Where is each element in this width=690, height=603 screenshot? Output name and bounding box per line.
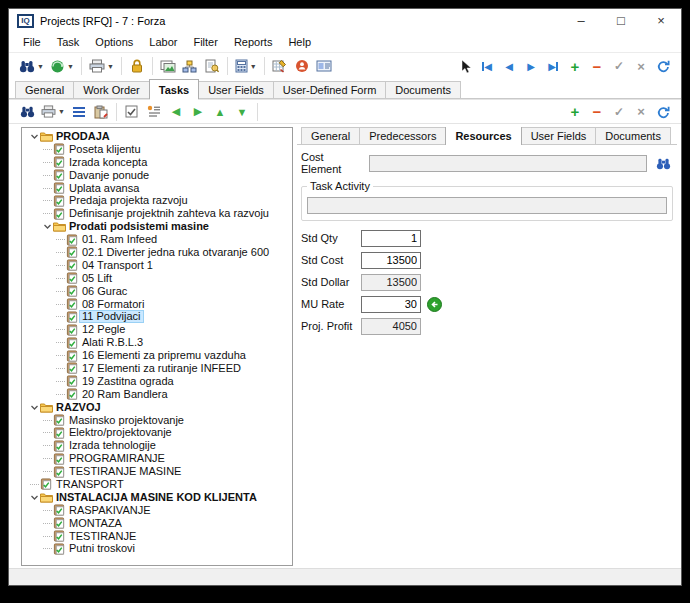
accept-button[interactable]: ✓ <box>609 56 629 77</box>
menu-options[interactable]: Options <box>87 34 141 50</box>
tree-item-transport[interactable]: TRANSPORT <box>22 478 292 491</box>
tree-item-prodati-podsistemi-masine[interactable]: Prodati podsistemi masine <box>22 220 292 233</box>
print-button[interactable]: ▼ <box>87 56 116 77</box>
tree-item-predaja-projekta-razvoju[interactable]: Predaja projekta razvoju <box>22 194 292 207</box>
chevron-down-icon[interactable] <box>28 493 40 502</box>
tree-add-button[interactable]: + <box>565 101 585 122</box>
dropdown-caret-icon[interactable]: ▼ <box>250 63 257 70</box>
tree-item-17-elementi-za-rutiranje-infeed[interactable]: 17 Elementi za rutiranje INFEED <box>22 362 292 375</box>
tree-item-08-formatori[interactable]: 08 Formatori <box>22 298 292 311</box>
list-view-button[interactable] <box>69 101 89 122</box>
tree-item-testiranje[interactable]: TESTIRANJE <box>22 530 292 543</box>
tree-item-02-1-diverter-jedna-ruka-otvaranje-600[interactable]: 02.1 Diverter jedna ruka otvaranje 600 <box>22 246 292 259</box>
tree-cancel-button[interactable]: × <box>631 101 651 122</box>
nav-first-button[interactable]: ◀ <box>477 56 497 77</box>
move-up-button[interactable]: ▲ <box>210 101 230 122</box>
find-button[interactable]: ▼ <box>17 56 46 77</box>
close-button[interactable]: × <box>641 9 681 32</box>
maximize-button[interactable]: □ <box>601 9 641 32</box>
insert-task-button[interactable] <box>144 101 164 122</box>
tree-item-11-podvijaci[interactable]: 11 Podvijaci <box>22 310 292 323</box>
tab-main-tasks[interactable]: Tasks <box>149 79 199 99</box>
refresh-view-button[interactable] <box>653 56 673 77</box>
complete-task-button[interactable] <box>122 101 142 122</box>
tree-item-definisanje-projektnih-zahteva-ka-razvoju[interactable]: Definisanje projektnih zahteva ka razvoj… <box>22 207 292 220</box>
move-right-button[interactable]: ▶ <box>188 101 208 122</box>
chevron-down-icon[interactable] <box>41 222 53 231</box>
tree-item-davanje-ponude[interactable]: Davanje ponude <box>22 169 292 182</box>
tree-item-06-gurac[interactable]: 06 Gurac <box>22 285 292 298</box>
dropdown-caret-icon[interactable]: ▼ <box>67 63 74 70</box>
tree-item-poseta-klijentu[interactable]: Poseta klijentu <box>22 143 292 156</box>
tree-item-alati-r-b-l-3[interactable]: Alati R.B.L.3 <box>22 336 292 349</box>
lock-button[interactable] <box>127 56 147 77</box>
table-edit-button[interactable] <box>270 56 290 77</box>
tree-delete-button[interactable]: − <box>587 101 607 122</box>
tree-accept-button[interactable]: ✓ <box>609 101 629 122</box>
tab-main-work-order[interactable]: Work Order <box>73 81 150 99</box>
tree-item-razvoj[interactable]: RAZVOJ <box>22 401 292 414</box>
tree-item-01-ram-infeed[interactable]: 01. Ram Infeed <box>22 233 292 246</box>
tree-item-testiranje-masine[interactable]: TESTIRANJE MASINE <box>22 465 292 478</box>
tree-item-izrada-tehnologije[interactable]: Izrada tehnologije <box>22 439 292 452</box>
tab-main-user-defined-form[interactable]: User-Defined Form <box>273 81 387 99</box>
menu-labor[interactable]: Labor <box>141 34 185 50</box>
menu-file[interactable]: File <box>15 34 49 50</box>
tab-detail-predecessors[interactable]: Predecessors <box>359 127 446 145</box>
paste-special-button[interactable] <box>91 101 111 122</box>
tree-find-button[interactable] <box>17 101 37 122</box>
add-record-button[interactable]: + <box>565 56 585 77</box>
dropdown-caret-icon[interactable]: ▼ <box>37 63 44 70</box>
field-input-std-cost[interactable] <box>361 252 421 269</box>
menu-task[interactable]: Task <box>49 34 88 50</box>
tab-main-documents[interactable]: Documents <box>385 81 461 99</box>
hierarchy-button[interactable] <box>180 56 200 77</box>
tree-item-16-elementi-za-pripremu-vazduha[interactable]: 16 Elementi za pripremu vazduha <box>22 349 292 362</box>
cost-element-find-button[interactable] <box>651 154 675 172</box>
nav-next-button[interactable]: ▶ <box>521 56 541 77</box>
images-button[interactable] <box>158 56 178 77</box>
menu-reports[interactable]: Reports <box>226 34 281 50</box>
menu-filter[interactable]: Filter <box>185 34 225 50</box>
field-input-mu-rate[interactable] <box>361 296 421 313</box>
tab-main-user-fields[interactable]: User Fields <box>198 81 274 99</box>
tree-item-izrada-koncepta[interactable]: Izrada koncepta <box>22 156 292 169</box>
tab-detail-documents[interactable]: Documents <box>595 127 671 145</box>
tab-detail-resources[interactable]: Resources <box>445 127 521 145</box>
tree-item-12-pegle[interactable]: 12 Pegle <box>22 323 292 336</box>
move-left-button[interactable]: ◀ <box>166 101 186 122</box>
tree-item-04-transport-1[interactable]: 04 Transport 1 <box>22 259 292 272</box>
minimize-button[interactable]: – <box>561 9 601 32</box>
tree-item-programiranje[interactable]: PROGRAMIRANJE <box>22 452 292 465</box>
dropdown-caret-icon[interactable]: ▼ <box>107 63 114 70</box>
tree-refresh-button[interactable] <box>653 101 673 122</box>
tree-item-19-zastitna-ograda[interactable]: 19 Zastitna ograda <box>22 375 292 388</box>
tab-detail-user-fields[interactable]: User Fields <box>521 127 597 145</box>
tree-item-elektro-projektovanje[interactable]: Elektro/projektovanje <box>22 426 292 439</box>
cancel-button[interactable]: × <box>631 56 651 77</box>
move-down-button[interactable]: ▼ <box>232 101 252 122</box>
calculator-button[interactable]: ▼ <box>233 56 259 77</box>
dropdown-caret-icon[interactable]: ▼ <box>58 108 65 115</box>
form-view-button[interactable] <box>314 56 334 77</box>
tree-item-05-lift[interactable]: 05 Lift <box>22 272 292 285</box>
pointer-tool-button[interactable] <box>455 56 475 77</box>
tree-item-20-ram-bandlera[interactable]: 20 Ram Bandlera <box>22 388 292 401</box>
nav-prev-button[interactable]: ◀ <box>499 56 519 77</box>
tree-item-prodaja[interactable]: PRODAJA <box>22 130 292 143</box>
field-input-std-qty[interactable] <box>361 230 421 247</box>
tree-item-masinsko-projektovanje[interactable]: Masinsko projektovanje <box>22 414 292 427</box>
chevron-down-icon[interactable] <box>28 132 40 141</box>
chevron-down-icon[interactable] <box>28 403 40 412</box>
tree-item-instalacija-masine-kod-klijenta[interactable]: INSTALACIJA MASINE KOD KLIJENTA <box>22 491 292 504</box>
tree-item-raspakivanje[interactable]: RASPAKIVANJE <box>22 504 292 517</box>
tree-print-button[interactable]: ▼ <box>39 101 67 122</box>
user-alert-button[interactable] <box>292 56 312 77</box>
tree-item-putni-troskovi[interactable]: Putni troskovi <box>22 543 292 556</box>
tree-item-montaza[interactable]: MONTAZA <box>22 517 292 530</box>
apply-mu-rate-button[interactable] <box>427 297 442 312</box>
menu-help[interactable]: Help <box>280 34 319 50</box>
tab-main-general[interactable]: General <box>15 81 74 99</box>
preview-button[interactable] <box>202 56 222 77</box>
nav-last-button[interactable]: ▶ <box>543 56 563 77</box>
